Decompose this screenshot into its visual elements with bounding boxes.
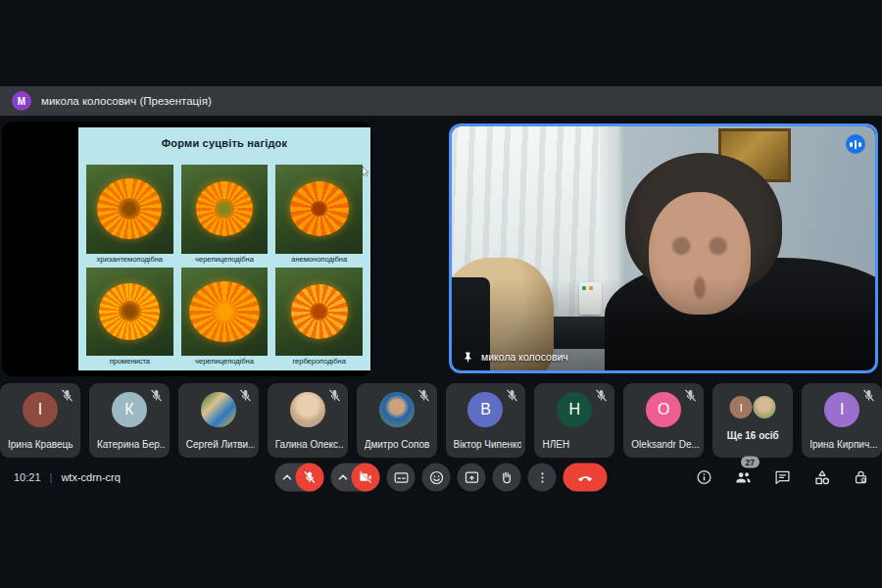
mic-control-group [275, 464, 324, 492]
avatar: O [646, 392, 681, 427]
video-nameplate: микола колосович [462, 351, 568, 363]
mic-off-button[interactable] [296, 464, 324, 492]
participant-name: Віктор Чипенко [454, 439, 522, 450]
call-controls [275, 464, 608, 492]
info-icon [696, 469, 712, 486]
mic-off-icon [416, 388, 431, 403]
control-bar: 10:21 | wtx-cdrn-crq [0, 459, 882, 496]
end-call-button[interactable] [564, 464, 608, 492]
avatar [290, 392, 325, 427]
camera-control-group [331, 464, 380, 492]
participant-name: НЛЕН [542, 439, 611, 450]
participant-tile[interactable]: І Ірина Кирпич... [802, 383, 882, 458]
mic-off-icon [683, 388, 698, 403]
chat-icon [774, 469, 791, 486]
avatar-initial: Н [569, 401, 581, 418]
mic-options-chevron-icon[interactable] [282, 474, 293, 481]
flower-label: гербероподібна [275, 356, 363, 367]
flower-image [99, 283, 160, 340]
lock-gear-icon [853, 469, 869, 486]
audio-activity-icon [846, 134, 865, 154]
camera-off-button[interactable] [352, 464, 380, 492]
avatar: І [730, 396, 753, 418]
avatar-initial: І [740, 402, 743, 414]
people-button[interactable]: 27 [734, 468, 753, 487]
participant-tile[interactable]: Дмитро Сопов [357, 383, 437, 458]
participant-name: Дмитро Сопов [365, 439, 433, 450]
participant-tile[interactable]: Галина Олекс... [268, 383, 348, 458]
presentation-slide: Форми суцвіть нагідок хризантемоподібна … [78, 127, 370, 370]
presentation-tile[interactable]: Форми суцвіть нагідок хризантемоподібна … [2, 122, 372, 376]
avatar-initial: І [840, 401, 844, 418]
flower-image [189, 281, 260, 342]
participant-name: Ще 16 осіб [712, 430, 793, 441]
flower-image [196, 181, 253, 236]
participant-tile[interactable]: І Ще 16 осіб [712, 383, 793, 458]
side-panel-controls: 27 [695, 468, 870, 487]
main-video-tile[interactable]: микола колосович [449, 123, 878, 373]
mic-off-icon [505, 388, 519, 403]
avatar-initial: К [124, 401, 133, 418]
avatar [379, 392, 415, 427]
slide-title: Форми суцвіть нагідок [78, 127, 370, 149]
mic-off-icon [594, 388, 609, 403]
participant-tile[interactable]: І Ірина Кравець [0, 383, 80, 458]
meeting-info: 10:21 | wtx-cdrn-crq [14, 471, 121, 483]
camera-options-chevron-icon[interactable] [338, 474, 349, 481]
participant-name: Сергей Литви... [186, 439, 255, 450]
avatar: Н [557, 392, 592, 427]
participant-tile[interactable]: Н НЛЕН [534, 383, 614, 458]
present-screen-button[interactable] [458, 464, 486, 492]
participant-count-badge: 27 [741, 457, 760, 468]
slide-cell: черепицеподібна [181, 268, 269, 368]
captions-button[interactable] [387, 464, 416, 492]
webcam-scene [452, 126, 875, 370]
flower-label: анемоноподібна [275, 254, 363, 265]
avatar-initial: O [658, 401, 669, 418]
participants-row: І Ірина Кравець К Катерина Бер... [0, 383, 882, 458]
presenter-bar: M микола колосович (Презентація) [0, 86, 882, 116]
people-icon [734, 468, 753, 487]
flower-label: черепицеподібна [181, 254, 269, 265]
participant-tile[interactable]: В Віктор Чипенко [446, 383, 526, 458]
avatar-initial: І [38, 401, 42, 418]
participant-tile[interactable]: O Oleksandr De... [623, 383, 704, 458]
presenter-avatar: M [12, 91, 31, 111]
more-vertical-icon [535, 470, 549, 484]
flower-photo [86, 268, 173, 357]
present-icon [464, 469, 479, 485]
meet-app: M микола колосович (Презентація) Форми с… [0, 0, 882, 588]
activities-icon [813, 468, 831, 486]
flower-photo [275, 268, 363, 357]
more-options-button[interactable] [528, 464, 557, 492]
captions-icon [393, 469, 409, 485]
flower-photo [181, 165, 269, 254]
participant-tile[interactable]: К Катерина Бер... [89, 383, 170, 458]
flower-image [290, 181, 349, 236]
mic-off-icon [60, 388, 74, 403]
flower-label: черепицеподібна [181, 356, 269, 367]
mic-off-icon [327, 388, 342, 403]
meeting-details-button[interactable] [695, 468, 713, 487]
avatar: В [467, 392, 503, 427]
avatar [754, 396, 776, 418]
chat-button[interactable] [773, 468, 792, 487]
meeting-code: wtx-cdrn-crq [61, 471, 121, 483]
pin-icon [462, 351, 473, 363]
activities-button[interactable] [812, 468, 831, 487]
hand-icon [500, 470, 514, 485]
flower-photo [181, 268, 269, 357]
smiley-icon [428, 469, 444, 485]
participant-name: Катерина Бер... [97, 439, 166, 450]
reactions-button[interactable] [422, 464, 451, 492]
flower-label: промениста [86, 356, 173, 367]
avatar: К [112, 392, 147, 427]
host-controls-button[interactable] [852, 468, 870, 487]
separator: | [50, 471, 53, 483]
avatar-initial: В [480, 401, 491, 418]
flower-image [291, 284, 348, 339]
raise-hand-button[interactable] [493, 464, 521, 492]
presenter-label: микола колосович (Презентація) [41, 95, 212, 107]
participant-tile[interactable]: Сергей Литви... [178, 383, 259, 458]
mic-off-icon [238, 388, 253, 403]
